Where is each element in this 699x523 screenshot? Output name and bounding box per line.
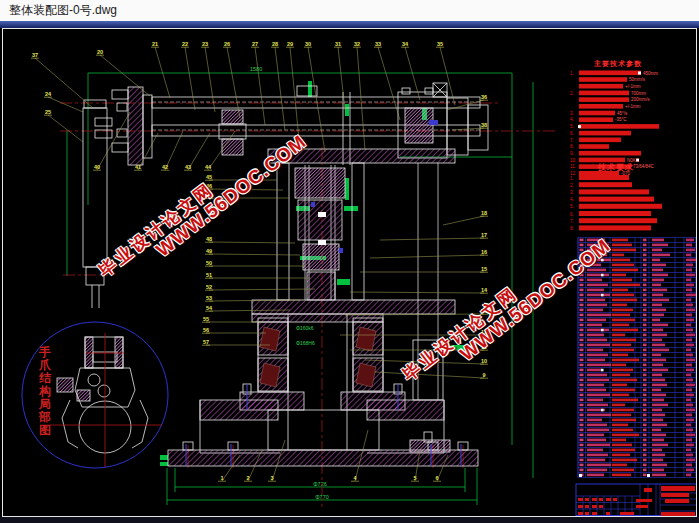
svg-text:7.: 7. (570, 138, 574, 143)
svg-text:200mm/s: 200mm/s (631, 97, 650, 102)
svg-text:26: 26 (224, 41, 230, 47)
svg-text:2.: 2. (570, 91, 574, 96)
svg-text:N0KC: N0KC (627, 158, 640, 163)
svg-text:20: 20 (97, 49, 103, 55)
svg-text:5.: 5. (570, 124, 574, 129)
svg-text:31: 31 (335, 41, 341, 47)
svg-text:2.: 2. (570, 183, 574, 188)
svg-text:+/-1mm: +/-1mm (625, 84, 641, 89)
svg-text:52: 52 (206, 284, 212, 290)
svg-text:9.: 9. (570, 151, 574, 156)
svg-text:1.: 1. (570, 71, 574, 76)
svg-text:55: 55 (203, 316, 209, 322)
svg-text:700mm: 700mm (631, 91, 646, 96)
svg-text:53: 53 (206, 295, 212, 301)
svg-text:11: 11 (481, 344, 487, 350)
svg-text:1.: 1. (570, 176, 574, 181)
svg-text:3.: 3. (570, 111, 574, 116)
svg-text:38: 38 (481, 122, 487, 128)
cad-drawing-canvas[interactable]: 1580 Φ726 Φ770 Φ160k6 Φ168H6 (2, 28, 697, 517)
svg-text:爪: 爪 (38, 358, 51, 372)
window-bottom-edge (0, 517, 699, 523)
svg-text:局: 局 (38, 397, 51, 411)
svg-text:14: 14 (481, 287, 488, 293)
svg-text:48: 48 (206, 236, 212, 242)
svg-text:4.: 4. (570, 117, 574, 122)
svg-text:8.: 8. (570, 226, 574, 231)
svg-text:6.: 6. (570, 131, 574, 136)
window-title: 整体装配图-0号.dwg (9, 3, 117, 17)
svg-text:45°/s: 45°/s (617, 111, 628, 116)
svg-text:-35°C: -35°C (615, 117, 627, 122)
svg-text:32: 32 (354, 41, 360, 47)
cad-viewer-window: { "window": { "title": "整体装配图-0号.dwg" },… (0, 0, 699, 523)
svg-text:3.: 3. (570, 190, 574, 195)
tech-params-section (578, 71, 659, 176)
dim-1580: 1580 (250, 66, 262, 72)
svg-text:29: 29 (287, 41, 293, 47)
bom-parts-table (578, 238, 696, 478)
svg-text:结: 结 (38, 371, 52, 385)
svg-text:7.: 7. (570, 219, 574, 224)
svg-text:2: 2 (246, 475, 249, 481)
svg-text:技术要求: 技术要求 (597, 163, 634, 172)
svg-text:手: 手 (38, 345, 51, 359)
svg-text:5.: 5. (570, 204, 574, 209)
svg-text:42: 42 (162, 164, 168, 170)
svg-text:4.: 4. (570, 197, 574, 202)
svg-text:6: 6 (435, 475, 438, 481)
svg-text:41: 41 (135, 164, 141, 170)
bearing-rollers (260, 327, 376, 387)
svg-text:49: 49 (206, 248, 212, 254)
svg-text:10: 10 (481, 358, 487, 364)
svg-text:10.: 10. (570, 158, 576, 163)
svg-text:6.: 6. (570, 212, 574, 217)
svg-text:16: 16 (481, 249, 487, 255)
svg-text:+/-1mm: +/-1mm (625, 104, 641, 109)
svg-text:18: 18 (481, 210, 487, 216)
svg-text:56: 56 (203, 327, 209, 333)
svg-text:图: 图 (39, 423, 51, 437)
window-title-bar: 整体装配图-0号.dwg (0, 0, 699, 21)
svg-text:40: 40 (94, 164, 100, 170)
svg-text:主要技术参数: 主要技术参数 (593, 59, 642, 68)
svg-text:50mm/s: 50mm/s (629, 77, 646, 82)
arm-assembly (83, 83, 488, 308)
svg-text:27: 27 (252, 41, 258, 47)
svg-text:1: 1 (220, 475, 223, 481)
svg-text:36: 36 (481, 94, 487, 100)
svg-text:450mm: 450mm (643, 71, 658, 76)
svg-text:30: 30 (305, 41, 311, 47)
assembly-drawing: 1580 Φ726 Φ770 Φ160k6 Φ168H6 (3, 29, 696, 516)
svg-text:35: 35 (437, 41, 443, 47)
svg-text:17: 17 (481, 232, 487, 238)
svg-text:8.: 8. (570, 144, 574, 149)
gripper-geometry (57, 337, 148, 453)
svg-text:51: 51 (206, 272, 212, 278)
svg-text:24: 24 (45, 91, 52, 97)
dim-base-726: Φ726 (313, 481, 327, 487)
svg-text:构: 构 (38, 384, 51, 398)
svg-text:28: 28 (272, 41, 278, 47)
svg-text:50: 50 (206, 260, 212, 266)
svg-text:57: 57 (203, 339, 209, 345)
svg-text:43: 43 (185, 164, 191, 170)
svg-text:33: 33 (375, 41, 381, 47)
svg-text:9: 9 (482, 372, 485, 378)
svg-text:44: 44 (205, 164, 212, 170)
svg-text:22: 22 (182, 41, 188, 47)
svg-text:部: 部 (38, 410, 51, 424)
dim-bore-2: Φ168H6 (296, 340, 315, 346)
gripper-centerlines (50, 333, 162, 467)
title-block (576, 474, 696, 516)
svg-text:25: 25 (45, 109, 51, 115)
svg-text:45: 45 (206, 174, 212, 180)
svg-text:12: 12 (481, 329, 487, 335)
svg-text:11.: 11. (570, 164, 576, 169)
dim-bore-1: Φ160k6 (296, 325, 314, 331)
svg-text:4: 4 (353, 475, 357, 481)
svg-text:23: 23 (202, 41, 208, 47)
svg-text:37: 37 (32, 52, 38, 58)
tech-requirements-section (579, 175, 662, 230)
svg-text:5: 5 (413, 475, 416, 481)
